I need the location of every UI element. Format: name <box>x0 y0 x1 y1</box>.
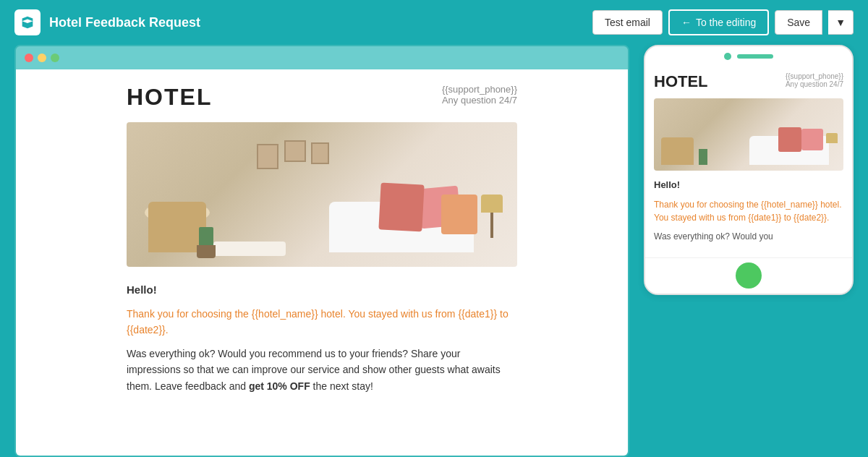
mobile-home-button[interactable] <box>736 262 762 289</box>
wall-art-3 <box>311 142 329 164</box>
support-info: {{support_phone}} Any question 24/7 <box>442 84 517 106</box>
email-paragraph-1: Thank you for choosing the {{hotel_name}… <box>127 306 517 338</box>
mobile-preview-panel: HOTEL {{support_phone}} Any question 24/… <box>644 45 854 295</box>
mobile-lamp-shade <box>826 133 838 143</box>
mobile-room-scene <box>654 98 843 171</box>
dot-red <box>25 54 33 62</box>
hotel-logo-text: HOTEL <box>127 84 212 111</box>
lamp-shade <box>481 195 503 213</box>
mobile-pillow-2 <box>778 127 801 152</box>
dot-green <box>51 54 59 62</box>
dot-yellow <box>38 54 46 62</box>
header-left: Hotel Feedback Request <box>14 9 200 35</box>
email-body: Hello! Thank you for choosing the {{hote… <box>127 281 517 394</box>
mobile-support-info: {{support_phone}} Any question 24/7 <box>786 72 843 88</box>
mobile-lamp <box>826 133 838 156</box>
mobile-any-question: Any question 24/7 <box>786 80 843 88</box>
lamp <box>481 195 503 238</box>
mobile-screen: HOTEL {{support_phone}} Any question 24/… <box>645 64 852 257</box>
to-editing-button[interactable]: ← To the editing <box>668 9 769 35</box>
mobile-hotel-logo: HOTEL <box>654 72 708 91</box>
pillow-2 <box>378 182 424 231</box>
room-scene <box>127 122 517 267</box>
mobile-email-body: Hello! Thank you for choosing the {{hote… <box>654 178 843 243</box>
panel-titlebar <box>16 46 628 69</box>
email-paragraph-2: Was everything ok? Would you recommend u… <box>127 346 517 394</box>
paragraph2-bold: get 10% OFF <box>249 380 310 392</box>
mobile-plant <box>699 149 707 165</box>
support-phone: {{support_phone}} <box>442 84 517 95</box>
mobile-chair <box>661 137 694 165</box>
save-dropdown-button[interactable]: ▼ <box>828 10 854 35</box>
paragraph2-end: the next stay! <box>313 380 373 392</box>
save-button[interactable]: Save <box>775 10 822 35</box>
mobile-email-header: HOTEL {{support_phone}} Any question 24/… <box>654 72 843 91</box>
mobile-hello: Hello! <box>654 178 843 192</box>
hotel-image <box>127 122 517 267</box>
mobile-hotel-image <box>654 98 843 171</box>
mobile-signal-dash <box>737 54 773 59</box>
any-question-label: Any question 24/7 <box>442 95 517 106</box>
coffee-table <box>213 242 286 256</box>
logo-icon <box>14 9 41 35</box>
wall-art-1 <box>257 144 278 169</box>
test-email-button[interactable]: Test email <box>592 10 663 35</box>
page-title: Hotel Feedback Request <box>49 15 200 30</box>
lamp-stand <box>490 213 493 238</box>
plant-pot <box>197 245 216 258</box>
arrow-left-icon: ← <box>681 17 692 28</box>
mobile-signal-dot <box>724 53 731 60</box>
wall-art-2 <box>284 140 306 162</box>
mobile-status-bar <box>645 46 852 64</box>
email-header-row: HOTEL {{support_phone}} Any question 24/… <box>127 84 517 111</box>
header: Hotel Feedback Request Test email ← To t… <box>0 0 868 45</box>
desktop-email-content[interactable]: HOTEL {{support_phone}} Any question 24/… <box>16 69 628 456</box>
desktop-preview-panel: HOTEL {{support_phone}} Any question 24/… <box>14 45 629 457</box>
header-actions: Test email ← To the editing Save ▼ <box>592 9 854 35</box>
email-body-container: HOTEL {{support_phone}} Any question 24/… <box>105 69 539 416</box>
email-hello: Hello! <box>127 281 517 299</box>
mobile-pillow-1 <box>801 129 823 150</box>
pillow-3 <box>441 195 477 234</box>
mobile-bottom-bar <box>645 257 852 294</box>
mobile-email-scroll[interactable]: HOTEL {{support_phone}} Any question 24/… <box>645 64 852 257</box>
mobile-paragraph-1: Thank you for choosing the {{hotel_name}… <box>654 198 843 224</box>
mobile-support-phone: {{support_phone}} <box>786 72 843 80</box>
main-content: HOTEL {{support_phone}} Any question 24/… <box>0 45 868 457</box>
mobile-paragraph-2: Was everything ok? Would you <box>654 230 843 243</box>
